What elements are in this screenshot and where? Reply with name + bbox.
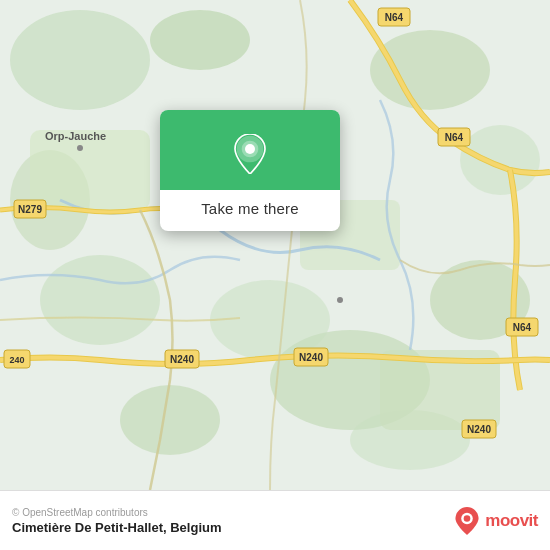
svg-text:N64: N64 — [513, 322, 532, 333]
svg-point-1 — [10, 10, 150, 110]
svg-point-31 — [77, 145, 83, 151]
svg-point-38 — [464, 515, 471, 522]
svg-point-10 — [120, 385, 220, 455]
svg-text:N240: N240 — [467, 424, 491, 435]
popup-button-area: Take me there — [160, 190, 340, 231]
svg-text:N240: N240 — [299, 352, 323, 363]
svg-point-4 — [460, 125, 540, 195]
popup-green-area — [160, 110, 340, 190]
svg-point-2 — [150, 10, 250, 70]
moovit-brand-text: moovit — [485, 511, 538, 531]
svg-point-3 — [370, 30, 490, 110]
app: N64 N64 N64 N279 240 N240 N240 N240 Orp — [0, 0, 550, 550]
map-container: N64 N64 N64 N279 240 N240 N240 N240 Orp — [0, 0, 550, 490]
bottom-info: © OpenStreetMap contributors Cimetière D… — [12, 507, 222, 535]
copyright-text: © OpenStreetMap contributors — [12, 507, 222, 518]
svg-text:240: 240 — [9, 355, 24, 365]
location-pin-icon — [230, 134, 270, 174]
svg-point-33 — [337, 297, 343, 303]
take-me-there-button[interactable]: Take me there — [201, 200, 299, 217]
svg-point-7 — [40, 255, 160, 345]
map-svg: N64 N64 N64 N279 240 N240 N240 N240 Orp — [0, 0, 550, 490]
moovit-pin-icon — [453, 507, 481, 535]
location-label: Cimetière De Petit-Hallet, Belgium — [12, 520, 222, 535]
svg-text:N279: N279 — [18, 204, 42, 215]
svg-text:N240: N240 — [170, 354, 194, 365]
svg-rect-12 — [30, 130, 150, 210]
svg-text:N64: N64 — [385, 12, 404, 23]
svg-text:N64: N64 — [445, 132, 464, 143]
place-label-orp-jauche: Orp-Jauche — [45, 130, 106, 142]
bottom-bar: © OpenStreetMap contributors Cimetière D… — [0, 490, 550, 550]
popup-card: Take me there — [160, 110, 340, 231]
svg-point-36 — [245, 144, 255, 154]
moovit-logo[interactable]: moovit — [453, 507, 538, 535]
